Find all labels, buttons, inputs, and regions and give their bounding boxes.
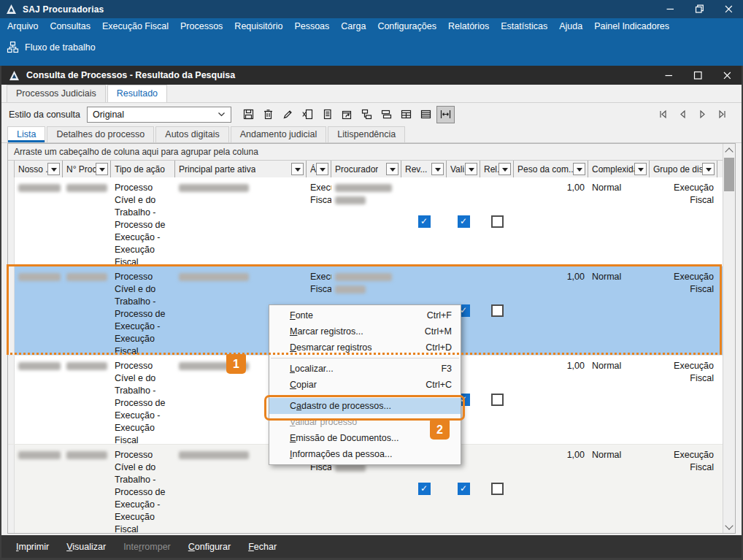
previous-record-button[interactable] xyxy=(674,107,690,123)
window-titlebar: Consulta de Processos - Resultado da Pes… xyxy=(1,66,742,85)
column-header-tipo-de-acao[interactable]: Tipo de ação xyxy=(111,161,175,177)
notes-button[interactable] xyxy=(318,106,336,123)
filter-dropdown-icon[interactable] xyxy=(431,163,444,175)
minimize-button[interactable] xyxy=(655,0,685,18)
column-header-n-proc[interactable]: N° Proc... xyxy=(63,161,111,177)
edit-button[interactable] xyxy=(279,106,297,123)
filter-dropdown-icon[interactable] xyxy=(386,163,399,175)
filter-dropdown-icon[interactable] xyxy=(316,163,328,175)
filter-dropdown-icon[interactable] xyxy=(96,163,108,175)
context-menu-item-informacoes-da-pessoa[interactable]: Informações da pessoa... xyxy=(269,446,461,462)
subtab-detalhes-do-processo[interactable]: Detalhes do processo xyxy=(47,126,154,142)
column-header-procurador[interactable]: Procurador xyxy=(331,161,401,177)
column-header-grupo-de-dis[interactable]: Grupo de dis... xyxy=(650,161,717,177)
tab-resultado[interactable]: Resultado xyxy=(107,85,167,102)
subtab-lista[interactable]: Lista xyxy=(7,126,45,142)
context-menu-item-localizar[interactable]: Localizar...F3 xyxy=(269,361,461,377)
workflow-button[interactable]: Fluxo de trabalho xyxy=(7,41,96,53)
restore-button[interactable] xyxy=(685,0,714,18)
filter-dropdown-icon[interactable] xyxy=(573,163,585,175)
delete-button[interactable] xyxy=(259,106,277,123)
menu-item-label: Emissão de Documentos... xyxy=(290,433,399,443)
close-button[interactable] xyxy=(714,0,743,18)
filter-dropdown-icon[interactable] xyxy=(291,163,304,175)
column-header-nosso[interactable]: Nosso .. xyxy=(15,161,63,177)
subtab-andamento-judicial[interactable]: Andamento judicial xyxy=(231,126,327,142)
cards-view-button[interactable] xyxy=(377,106,396,123)
save-button[interactable] xyxy=(239,106,258,123)
table-row[interactable]: Processo Cível e do Trabalho - Processo … xyxy=(8,177,723,266)
filter-dropdown-icon[interactable] xyxy=(47,163,60,175)
fit-width-button[interactable] xyxy=(436,106,455,123)
menu-item-configuracoes[interactable]: Configurações xyxy=(372,18,442,35)
scrollbar-thumb[interactable] xyxy=(724,158,734,191)
tab-processos-judiciais[interactable]: Processos Judiciais xyxy=(7,85,106,102)
column-header-complexidad[interactable]: Complexidad... xyxy=(588,161,650,177)
menu-item-execucao-fiscal[interactable]: Execução Fiscal xyxy=(96,18,174,35)
filter-dropdown-icon[interactable] xyxy=(702,163,715,175)
style-select[interactable]: Original xyxy=(87,107,231,123)
next-record-button[interactable] xyxy=(694,107,710,123)
checkbox-checked[interactable] xyxy=(418,483,431,495)
menu-item-pessoas[interactable]: Pessoas xyxy=(288,18,335,35)
menu-item-processos[interactable]: Processos xyxy=(174,18,228,35)
checkbox-checked[interactable] xyxy=(458,215,470,228)
context-menu-item-cadastro-de-processos[interactable]: Cadastro de processos... xyxy=(269,398,461,414)
checkbox-checked[interactable] xyxy=(418,215,431,228)
checkbox-unchecked[interactable] xyxy=(491,483,504,495)
menu-item-consultas[interactable]: Consultas xyxy=(44,18,96,35)
subtab-autos-digitais[interactable]: Autos digitais xyxy=(155,126,228,142)
column-header-ar[interactable]: Ár... xyxy=(307,161,331,177)
maximize-button[interactable] xyxy=(683,66,712,85)
footer-button-configurar[interactable]: Configurar xyxy=(188,542,231,552)
menu-item-arquivo[interactable]: Arquivo xyxy=(1,18,44,35)
export-window-button[interactable] xyxy=(338,106,356,123)
menu-item-carga[interactable]: Carga xyxy=(335,18,372,35)
context-menu-item-copiar[interactable]: CopiarCtrl+C xyxy=(269,377,461,393)
footer-button-imprimir[interactable]: Imprimir xyxy=(16,542,49,552)
filter-dropdown-icon[interactable] xyxy=(498,163,511,175)
table-view-button[interactable] xyxy=(397,106,415,123)
group-hierarchy-button[interactable] xyxy=(358,106,376,123)
column-header-peso-da-com[interactable]: Peso da com... xyxy=(514,161,588,177)
context-menu-item-emissao-de-documentos[interactable]: Emissão de Documentos... xyxy=(269,430,461,446)
list-view-button[interactable] xyxy=(417,106,435,123)
vertical-scrollbar[interactable] xyxy=(723,144,735,533)
column-header-vali[interactable]: Vali... xyxy=(447,161,480,177)
redacted-text xyxy=(66,362,107,370)
menu-item-requisitorio[interactable]: Requisitório xyxy=(228,18,288,35)
context-menu-item-desmarcar-registros[interactable]: Desmarcar registrosCtrl+D xyxy=(269,340,461,356)
filter-dropdown-icon[interactable] xyxy=(634,163,647,175)
cell-complexidade: Normal xyxy=(588,266,650,355)
menu-item-relatorios[interactable]: Relatórios xyxy=(442,18,495,35)
scroll-up-button[interactable] xyxy=(723,144,735,156)
saj-logo-icon xyxy=(5,3,18,15)
last-record-button[interactable] xyxy=(714,107,730,123)
column-header-principal-parte-ativa[interactable]: Principal parte ativa xyxy=(175,161,307,177)
minimize-button[interactable] xyxy=(654,66,683,85)
close-button[interactable] xyxy=(712,66,742,85)
menu-item-estatisticas[interactable]: Estatísticas xyxy=(495,18,553,35)
checkbox-checked[interactable] xyxy=(458,483,470,495)
checkbox-unchecked[interactable] xyxy=(491,304,504,317)
style-select-value: Original xyxy=(88,110,124,120)
column-header-rel[interactable]: Rel... xyxy=(480,161,514,177)
subtab-litispendencia[interactable]: Litispendência xyxy=(328,126,405,142)
footer-button-visualizar[interactable]: Visualizar xyxy=(66,542,106,552)
menu-item-painel-indicadores[interactable]: Painel Indicadores xyxy=(588,18,675,35)
export-excel-button[interactable] xyxy=(299,106,317,123)
checkbox-unchecked[interactable] xyxy=(491,215,504,228)
context-menu-item-fonte[interactable]: FonteCtrl+F xyxy=(269,307,461,323)
context-menu-item-marcar-registros[interactable]: Marcar registros...Ctrl+M xyxy=(269,323,461,340)
footer-button-fechar[interactable]: Fechar xyxy=(248,542,277,552)
column-header-label: Peso da com... xyxy=(517,164,573,174)
column-header-rev[interactable]: Rev... xyxy=(401,161,447,177)
footer-bar: ImprimirVisualizarInterromperConfigurarF… xyxy=(1,535,742,558)
list-view-icon xyxy=(420,108,432,120)
scroll-down-button[interactable] xyxy=(723,521,735,533)
checkbox-unchecked[interactable] xyxy=(491,394,504,406)
menu-item-ajuda[interactable]: Ajuda xyxy=(553,18,588,35)
filter-dropdown-icon[interactable] xyxy=(465,163,477,175)
first-record-button[interactable] xyxy=(655,107,671,123)
cell-peso: 1,00 xyxy=(514,356,588,444)
